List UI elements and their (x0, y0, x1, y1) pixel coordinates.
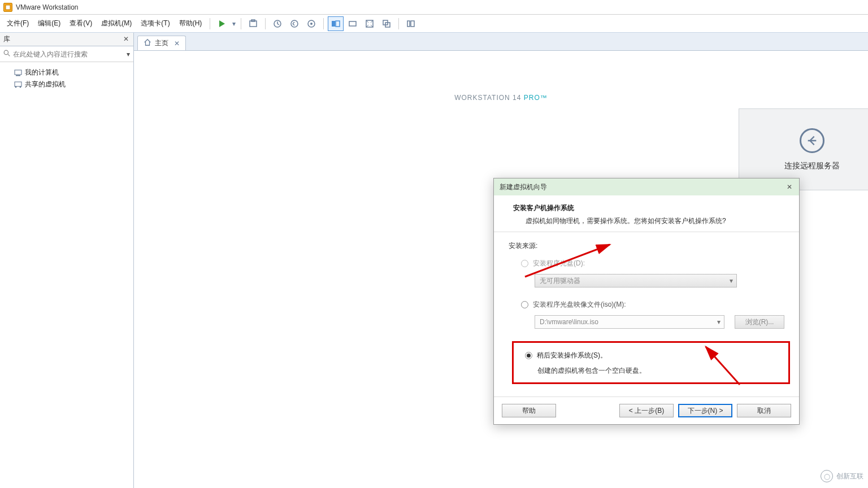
view-thumbnail-button[interactable] (345, 16, 361, 31)
tabbar: 主页 ✕ (134, 33, 868, 51)
library-panel: 库 ✕ ▾ 我的计算机 共享的虚拟机 (0, 33, 134, 488)
view-console-button[interactable] (328, 16, 344, 31)
view-unity-button[interactable] (379, 16, 394, 31)
dialog-header: 安装客户机操作系统 虚拟机如同物理机，需要操作系统。您将如何安装客户机操作系统? (494, 195, 799, 232)
svg-rect-13 (407, 21, 410, 27)
svg-point-6 (310, 23, 313, 25)
view-fullscreen-button[interactable] (362, 16, 377, 31)
svg-point-19 (15, 86, 17, 88)
svg-rect-16 (15, 70, 21, 75)
disc-drive-combo[interactable]: 无可用驱动器 ▾ (535, 274, 737, 287)
snapshot-revert-button[interactable] (287, 16, 302, 31)
main-area: 主页 ✕ WORKSTATION 14 PRO™ 连接远程服务器 新建虚拟机向导… (134, 33, 868, 488)
tab-home[interactable]: 主页 ✕ (137, 36, 186, 50)
app-icon (3, 3, 12, 12)
svg-rect-7 (332, 21, 335, 27)
view-library-button[interactable] (403, 16, 419, 31)
tab-label: 主页 (155, 38, 168, 48)
svg-rect-17 (16, 75, 20, 76)
iso-path-input[interactable]: D:\vmware\linux.iso ▾ (535, 315, 724, 329)
home-icon (144, 38, 151, 48)
menubar: 文件(F) 编辑(E) 查看(V) 虚拟机(M) 选项卡(T) 帮助(H) ▾ (0, 15, 868, 33)
shared-icon (14, 81, 23, 89)
snapshot-manager-button[interactable] (303, 16, 319, 31)
next-button[interactable]: 下一步(N) > (678, 404, 732, 417)
radio-icon (525, 352, 532, 359)
toolbar-separator (210, 18, 210, 29)
watermark-text: 创新互联 (836, 472, 863, 481)
window-title: VMware Workstation (16, 3, 78, 11)
library-header: 库 ✕ (0, 33, 133, 46)
library-close-button[interactable]: ✕ (122, 35, 130, 43)
dialog-title: 新建虚拟机向导 (500, 182, 547, 192)
install-source-label: 安装来源: (509, 241, 784, 251)
radio-label: 安装程序光盘(D): (533, 259, 585, 268)
menu-help[interactable]: 帮助(H) (175, 16, 207, 30)
watermark-icon: ◯ (821, 470, 833, 482)
dialog-footer: 帮助 < 上一步(B) 下一步(N) > 取消 (494, 396, 799, 424)
svg-rect-0 (6, 5, 10, 10)
menu-vm[interactable]: 虚拟机(M) (97, 16, 136, 30)
toolbar-separator (398, 18, 399, 29)
tile-label: 连接远程服务器 (784, 161, 840, 171)
window-titlebar: VMware Workstation (0, 0, 868, 15)
iso-row: D:\vmware\linux.iso ▾ 浏览(R)... (535, 315, 784, 329)
chevron-down-icon: ▾ (730, 277, 733, 285)
watermark: ◯ 创新互联 (821, 470, 863, 482)
search-icon (3, 50, 11, 59)
install-later-desc: 创建的虚拟机将包含一个空白硬盘。 (537, 366, 780, 376)
menu-tabs[interactable]: 选项卡(T) (136, 16, 174, 30)
browse-button[interactable]: 浏览(R)... (735, 315, 784, 329)
radio-iso-file[interactable]: 安装程序光盘映像文件(iso)(M): (521, 300, 784, 310)
radio-icon (521, 260, 528, 267)
radio-label: 稍后安装操作系统(S)。 (537, 351, 607, 360)
svg-point-20 (20, 86, 21, 88)
back-button[interactable]: < 上一步(B) (619, 404, 674, 417)
snapshot-take-button[interactable] (270, 16, 285, 31)
screenshot-button[interactable] (245, 16, 261, 31)
highlighted-option: 稍后安装操作系统(S)。 创建的虚拟机将包含一个空白硬盘。 (512, 341, 790, 384)
dialog-titlebar: 新建虚拟机向导 ✕ (494, 178, 799, 195)
svg-point-4 (291, 20, 298, 27)
iso-path-value: D:\vmware\linux.iso (540, 318, 598, 326)
help-button[interactable]: 帮助 (502, 404, 556, 417)
svg-rect-18 (15, 82, 21, 86)
cancel-button[interactable]: 取消 (737, 404, 791, 417)
play-dropdown[interactable]: ▾ (231, 20, 237, 28)
toolbar-separator (241, 18, 241, 29)
combo-value: 无可用驱动器 (540, 276, 580, 286)
new-vm-wizard-dialog: 新建虚拟机向导 ✕ 安装客户机操作系统 虚拟机如同物理机，需要操作系统。您将如何… (493, 178, 800, 425)
dialog-heading: 安装客户机操作系统 (513, 203, 788, 213)
tree-item-my-computer[interactable]: 我的计算机 (2, 67, 131, 79)
dialog-close-button[interactable]: ✕ (784, 182, 795, 192)
tree-item-shared-vms[interactable]: 共享的虚拟机 (2, 79, 131, 90)
radio-installer-disc[interactable]: 安装程序光盘(D): (521, 259, 784, 268)
play-button[interactable] (214, 16, 230, 31)
tab-close-button[interactable]: ✕ (174, 40, 180, 47)
svg-point-15 (4, 50, 8, 54)
radio-label: 安装程序光盘映像文件(iso)(M): (533, 300, 626, 310)
menu-edit[interactable]: 编辑(E) (33, 16, 65, 30)
library-tree: 我的计算机 共享的虚拟机 (0, 62, 133, 95)
chevron-down-icon: ▾ (717, 318, 721, 326)
dialog-body: 安装来源: 安装程序光盘(D): 无可用驱动器 ▾ 安装程序光盘映像文件(iso… (494, 232, 799, 396)
computer-icon (14, 69, 23, 77)
svg-rect-14 (411, 21, 414, 27)
content: WORKSTATION 14 PRO™ 连接远程服务器 新建虚拟机向导 ✕ 安装… (134, 51, 868, 488)
radio-icon (521, 301, 528, 308)
connect-remote-icon (800, 128, 824, 153)
toolbar-separator (265, 18, 266, 29)
tree-item-label: 我的计算机 (25, 68, 59, 77)
svg-rect-8 (336, 21, 340, 27)
tree-item-label: 共享的虚拟机 (25, 80, 66, 89)
svg-rect-9 (349, 21, 356, 26)
toolbar-separator (323, 18, 324, 29)
menu-view[interactable]: 查看(V) (65, 16, 97, 30)
branding-text: WORKSTATION 14 PRO™ (454, 85, 548, 104)
workspace: 库 ✕ ▾ 我的计算机 共享的虚拟机 (0, 33, 868, 488)
menu-file[interactable]: 文件(F) (2, 16, 33, 30)
radio-install-later[interactable]: 稍后安装操作系统(S)。 (525, 351, 780, 360)
search-dropdown[interactable]: ▾ (127, 50, 130, 58)
library-search: ▾ (0, 46, 133, 62)
library-search-input[interactable] (13, 50, 130, 58)
